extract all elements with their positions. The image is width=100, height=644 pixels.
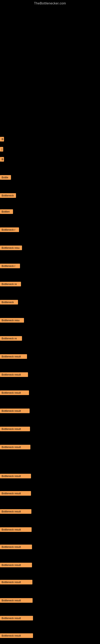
bottleneck-result-item: Bottleneck result [0,474,31,478]
bottleneck-result-item: Bottleneck result [0,616,33,620]
bottleneck-result-item: Bottleneck result [0,580,32,584]
bottleneck-result-item: Bottleneck result [0,633,33,638]
bottleneck-result-item: Bottlen [0,209,13,214]
bottleneck-result-item: Bottleneck result [0,390,29,395]
bottleneck-result-item: Bottleneck result [0,544,32,549]
bottleneck-result-item: Bottleneck result [0,491,31,496]
bottleneck-result-item: Bottleneck result [0,527,32,532]
bottleneck-result-item: Bottleneck re [0,336,22,341]
bottleneck-result-item: | [0,147,3,152]
bottleneck-result-item: Bottleneck result [0,427,30,431]
bottleneck-result-item: Bottleneck [0,193,16,198]
bottleneck-result-item: B [0,137,4,142]
site-title: TheBottlenecker.com [0,0,100,5]
bottleneck-result-item: Bottleneck r [0,228,19,232]
bottleneck-result-item: Bottleneck result [0,563,32,567]
bottleneck-result-item: B [0,157,4,162]
bottleneck-result-item: Bottleneck result [0,408,30,413]
bottleneck-result-item: Bottleneck re [0,282,21,286]
bottleneck-result-item: Bottleneck result [0,509,31,514]
bottleneck-result-item: Bottleneck resu [0,246,22,250]
bottleneck-result-item: Bottleneck resu [0,318,24,322]
bottleneck-result-item: Bottleneck [0,300,18,304]
bottleneck-result-item: Bottleneck r [0,264,20,268]
bottleneck-result-item: Bottle [0,175,11,180]
bottleneck-result-item: Bottleneck result [0,354,27,359]
bottleneck-result-item: Bottleneck result [0,598,33,603]
bottleneck-result-item: Bottleneck result [0,445,30,450]
bottleneck-result-item: Bottleneck result [0,372,28,377]
